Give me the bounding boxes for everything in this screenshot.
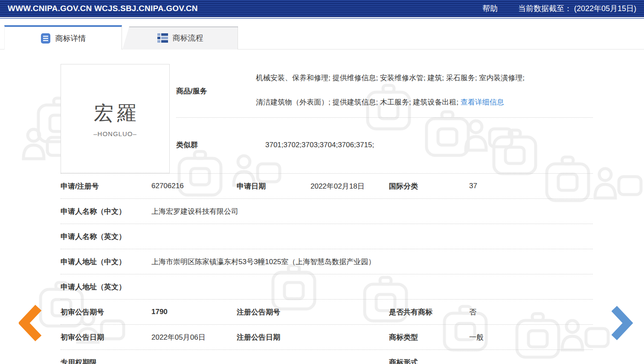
- addr-cn-value: 上海市崇明区陈家镇瀛东村53号3幢1025室（上海智慧岛数据产业园）: [151, 257, 593, 267]
- similar-group-value: 3701;3702;3703;3704;3706;3715;: [256, 141, 374, 149]
- prelim-date-label: 初审公告日期: [61, 332, 151, 342]
- goods-services-line2: 清洁建筑物（外表面）; 提供建筑信息; 木工服务; 建筑设备出租; 查看详细信息: [256, 97, 525, 108]
- mark-form-label: 商标形式: [389, 358, 469, 364]
- similar-group-row: 类似群 3701;3702;3703;3704;3706;3715;: [176, 118, 593, 172]
- reg-ann-no-label: 注册公告期号: [237, 307, 310, 317]
- tab-trademark-details[interactable]: 商标详情: [4, 25, 122, 50]
- app-date-label: 申请日期: [237, 181, 310, 191]
- table-row: 申请人地址（英文）: [61, 274, 593, 300]
- reg-ann-date-label: 注册公告日期: [237, 332, 310, 342]
- trademark-name: 宏羅: [90, 100, 140, 127]
- table-row: 初审公告期号 1790 注册公告期号 是否共有商标 否: [61, 300, 593, 325]
- list-icon: [41, 33, 51, 44]
- site-urls: WWW.CNIPA.GOV.CN WCJS.SBJ.CNIPA.GOV.CN: [8, 4, 198, 13]
- is-shared-label: 是否共有商标: [389, 307, 469, 317]
- tab-trademark-process[interactable]: 商标流程: [122, 26, 238, 50]
- table-row: 申请人地址（中文） 上海市崇明区陈家镇瀛东村53号3幢1025室（上海智慧岛数据…: [61, 249, 593, 274]
- goods-services-label: 商品/服务: [176, 73, 256, 108]
- prelim-date-value: 2022年05月06日: [151, 332, 237, 342]
- next-button[interactable]: [612, 306, 633, 343]
- table-row: 初审公告日期 2022年05月06日 注册公告日期 商标类型 一般: [61, 325, 593, 350]
- chevron-right-icon: [612, 306, 633, 341]
- mark-type-label: 商标类型: [389, 332, 469, 342]
- mark-type-value: 一般: [469, 332, 593, 342]
- goods-services-value: 机械安装、保养和修理; 提供维修信息; 安装维修水管; 建筑; 采石服务; 室内…: [256, 73, 525, 108]
- addr-cn-label: 申请人地址（中文）: [61, 257, 151, 267]
- reg-no-label: 申请/注册号: [61, 181, 151, 191]
- table-row: 专用权期限 商标形式: [61, 350, 593, 364]
- tab-process-label: 商标流程: [173, 33, 203, 43]
- chevron-left-icon: [19, 304, 42, 342]
- reg-no-value: 62706216: [151, 182, 237, 190]
- prelim-no-value: 1790: [151, 308, 237, 316]
- goods-services-row: 商品/服务 机械安装、保养和修理; 提供维修信息; 安装维修水管; 建筑; 采石…: [176, 64, 593, 118]
- prev-button[interactable]: [19, 304, 42, 344]
- exclusive-term-label: 专用权期限: [61, 358, 151, 364]
- trademark-detail-page: WWW.CNIPA.GOV.CN WCJS.SBJ.CNIPA.GOV.CN 帮…: [0, 0, 644, 364]
- site-header: WWW.CNIPA.GOV.CN WCJS.SBJ.CNIPA.GOV.CN 帮…: [0, 0, 644, 17]
- similar-group-label: 类似群: [176, 140, 256, 150]
- view-details-link[interactable]: 查看详细信息: [461, 98, 504, 106]
- goods-services-line1: 机械安装、保养和修理; 提供维修信息; 安装维修水管; 建筑; 采石服务; 室内…: [256, 73, 525, 84]
- trademark-image: 宏羅 –HONGLUO–: [61, 64, 170, 173]
- trademark-detail-panel: 宏羅 –HONGLUO– 商品/服务 机械安装、保养和修理; 提供维修信息; 安…: [61, 64, 593, 364]
- intl-class-label: 国际分类: [389, 181, 469, 191]
- grid-icon: [157, 33, 168, 43]
- data-cutoff-date: 当前数据截至： (2022年05月15日): [518, 3, 636, 14]
- detail-rows: 申请/注册号 62706216 申请日期 2022年02月18日 国际分类 37…: [61, 173, 593, 364]
- trademark-romanization: –HONGLUO–: [93, 130, 137, 137]
- table-row: 申请人名称（英文）: [61, 224, 593, 249]
- tab-bar: 商标详情 商标流程: [0, 25, 644, 50]
- applicant-en-label: 申请人名称（英文）: [61, 232, 151, 242]
- tab-details-label: 商标详情: [55, 33, 86, 44]
- applicant-cn-label: 申请人名称（中文）: [61, 207, 151, 216]
- table-row: 申请/注册号 62706216 申请日期 2022年02月18日 国际分类 37: [61, 174, 593, 199]
- intl-class-value: 37: [469, 182, 593, 190]
- help-link[interactable]: 帮助: [482, 3, 498, 14]
- prelim-no-label: 初审公告期号: [61, 307, 151, 317]
- app-date-value: 2022年02月18日: [310, 181, 389, 191]
- addr-en-label: 申请人地址（英文）: [61, 282, 151, 292]
- header-divider-blue: [0, 18, 644, 19]
- table-row: 申请人名称（中文） 上海宏罗建设科技有限公司: [61, 199, 593, 224]
- applicant-cn-value: 上海宏罗建设科技有限公司: [151, 207, 593, 216]
- is-shared-value: 否: [469, 307, 593, 317]
